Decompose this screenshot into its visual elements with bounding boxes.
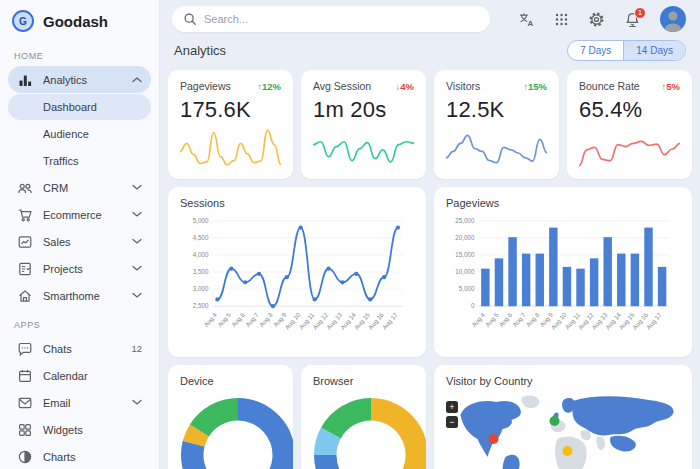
sidebar-subitem-traffics[interactable]: Traffics <box>8 148 151 174</box>
range-14-days-button[interactable]: 14 Days <box>623 41 685 60</box>
sidebar-item-label: Ecommerce <box>43 209 102 221</box>
logo[interactable]: G Goodash <box>8 0 151 40</box>
kpi-delta: ↑15% <box>523 81 547 92</box>
search-icon <box>183 12 197 26</box>
card-title: Sessions <box>180 197 414 209</box>
kpi-card-avg-session: Avg Session↓4%1m 20s <box>301 70 426 179</box>
svg-text:Aug 5: Aug 5 <box>484 311 501 329</box>
chevron-down-icon <box>132 265 142 272</box>
card-title: Pageviews <box>446 197 680 209</box>
kpi-row: Pageviews↑12%175.6KAvg Session↓4%1m 20sV… <box>168 70 692 179</box>
kpi-label: Avg Session <box>313 80 371 92</box>
sidebar-item-analytics[interactable]: Analytics <box>8 66 151 93</box>
avatar[interactable] <box>660 6 686 32</box>
svg-text:Aug 8: Aug 8 <box>525 311 542 329</box>
kpi-value: 175.6K <box>180 97 281 123</box>
donut-chart <box>180 393 293 469</box>
bottom-row: DeviceBrowserVisitor by Country+− <box>168 365 692 469</box>
kpi-card-pageviews: Pageviews↑12%175.6K <box>168 70 293 179</box>
svg-text:5,000: 5,000 <box>459 285 475 292</box>
svg-text:Aug 4: Aug 4 <box>202 311 219 329</box>
chevron-down-icon <box>132 399 142 406</box>
svg-text:Aug 17: Aug 17 <box>381 311 400 332</box>
svg-text:20,000: 20,000 <box>455 234 475 241</box>
main-area: A 1 Analytics 7 Days 14 Days Pageviews↑1… <box>160 0 700 469</box>
sidebar-item-email[interactable]: Email <box>8 389 151 416</box>
card-visitor-by-country: Visitor by Country+− <box>434 365 692 469</box>
kpi-delta: ↑5% <box>662 81 680 92</box>
sidebar-item-calendar[interactable]: Calendar <box>8 362 151 389</box>
people-icon <box>17 180 33 196</box>
date-range-toggle: 7 Days 14 Days <box>567 40 686 61</box>
search-input[interactable] <box>204 13 479 25</box>
chevron-down-icon <box>132 184 142 191</box>
kpi-value: 12.5K <box>446 97 547 123</box>
sidebar-subitem-dashboard[interactable]: Dashboard <box>8 94 151 120</box>
translate-icon[interactable]: A <box>518 11 535 28</box>
cart-icon <box>17 207 33 223</box>
kpi-delta: ↓4% <box>396 81 414 92</box>
topbar: A 1 <box>168 0 692 32</box>
sidebar-item-label: CRM <box>43 182 68 194</box>
sidebar: G Goodash HOMEAnalyticsDashboardAudience… <box>0 0 160 469</box>
bar-chart-icon <box>17 72 33 88</box>
sidebar-item-label: Calendar <box>43 370 88 382</box>
card-title: Device <box>180 375 281 387</box>
svg-text:0: 0 <box>471 302 475 309</box>
kpi-card-visitors: Visitors↑15%12.5K <box>434 70 559 179</box>
home-icon <box>17 288 33 304</box>
map-marker[interactable] <box>550 416 560 426</box>
sidebar-item-projects[interactable]: Projects <box>8 255 151 282</box>
svg-text:4,500: 4,500 <box>193 234 209 241</box>
card-title: Browser <box>313 375 414 387</box>
sidebar-item-smarthome[interactable]: Smarthome <box>8 282 151 309</box>
sales-icon <box>17 234 33 250</box>
sidebar-item-widgets[interactable]: Widgets <box>8 416 151 443</box>
sidebar-item-crm[interactable]: CRM <box>8 174 151 201</box>
notification-badge: 1 <box>634 7 646 19</box>
calendar-icon <box>17 368 33 384</box>
sidebar-item-sales[interactable]: Sales <box>8 228 151 255</box>
donut-chart <box>313 393 426 469</box>
pie-icon <box>17 449 33 465</box>
kpi-sparkline <box>180 123 281 169</box>
svg-text:Aug 17: Aug 17 <box>645 311 664 332</box>
sidebar-item-label: Charts <box>43 451 75 463</box>
kpi-sparkline <box>579 123 680 169</box>
projects-icon <box>17 261 33 277</box>
svg-text:Aug 6: Aug 6 <box>230 311 247 329</box>
search-box <box>172 6 490 32</box>
svg-text:Aug 7: Aug 7 <box>244 311 261 329</box>
svg-text:A: A <box>527 19 533 28</box>
sidebar-subitem-audience[interactable]: Audience <box>8 121 151 147</box>
map-zoom-out-button[interactable]: − <box>446 416 458 428</box>
svg-text:Aug 6: Aug 6 <box>497 311 514 329</box>
charts-row: Sessions2,5003,0003,5004,0004,5005,000Au… <box>168 187 692 357</box>
svg-text:3,500: 3,500 <box>193 268 209 275</box>
svg-text:4,000: 4,000 <box>193 251 209 258</box>
logo-icon: G <box>12 10 34 32</box>
sidebar-item-label: Sales <box>43 236 71 248</box>
sidebar-item-ecommerce[interactable]: Ecommerce <box>8 201 151 228</box>
sidebar-item-label: Email <box>43 397 71 409</box>
apps-grid-icon[interactable] <box>554 12 569 27</box>
sidebar-item-charts[interactable]: Charts <box>8 443 151 469</box>
range-7-days-button[interactable]: 7 Days <box>568 41 623 60</box>
kpi-sparkline <box>446 123 547 169</box>
delta-up-arrow-icon: ↑ <box>257 81 262 92</box>
kpi-card-bounce-rate: Bounce Rate↑5%65.4% <box>567 70 692 179</box>
kpi-delta: ↑12% <box>257 81 281 92</box>
notifications-icon[interactable]: 1 <box>624 11 641 28</box>
world-map <box>446 393 680 469</box>
sidebar-item-label: Analytics <box>43 74 87 86</box>
settings-icon[interactable] <box>588 11 605 28</box>
chats-count-badge: 12 <box>131 343 142 354</box>
chevron-down-icon <box>132 238 142 245</box>
map-marker[interactable] <box>489 434 499 444</box>
map-zoom-in-button[interactable]: + <box>446 401 458 413</box>
delta-up-arrow-icon: ↑ <box>523 81 528 92</box>
sidebar-item-chats[interactable]: Chats12 <box>8 335 151 362</box>
map-marker[interactable] <box>563 446 573 456</box>
bar-chart: 05,00010,00015,00020,00025,000Aug 4Aug 5… <box>446 213 680 347</box>
kpi-label: Visitors <box>446 80 480 92</box>
